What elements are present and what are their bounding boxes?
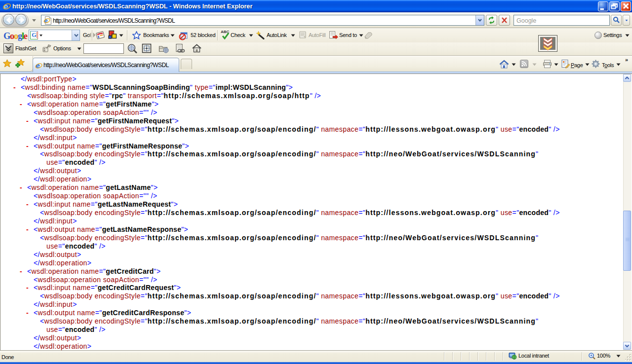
svg-text:e: e (44, 17, 48, 24)
